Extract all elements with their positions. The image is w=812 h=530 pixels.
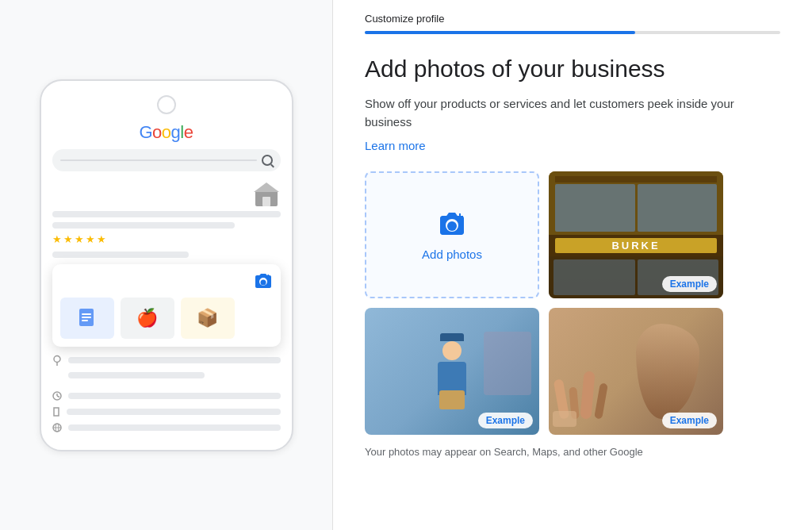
phone-row-phone bbox=[52, 407, 281, 417]
thumb-1 bbox=[60, 298, 114, 339]
learn-more-link[interactable]: Learn more bbox=[365, 139, 780, 152]
progress-section: Customize profile bbox=[365, 0, 780, 34]
store-sign-text: BURKE bbox=[555, 238, 717, 253]
progress-bar-fill bbox=[365, 31, 635, 34]
svg-rect-6 bbox=[82, 320, 88, 321]
phone-notch bbox=[157, 95, 176, 114]
globe-line bbox=[68, 424, 281, 431]
page-title: Add photos of your business bbox=[365, 53, 780, 84]
svg-rect-5 bbox=[82, 317, 91, 318]
search-line bbox=[60, 159, 257, 161]
example-badge-storefront: Example bbox=[662, 276, 717, 292]
van-shape bbox=[484, 332, 531, 395]
example-cell-delivery: Example bbox=[365, 308, 539, 435]
left-panel: Google ★ ★ ★ ★ ★ bbox=[0, 0, 333, 530]
progress-label: Customize profile bbox=[365, 13, 780, 25]
google-logo: Google bbox=[52, 122, 281, 143]
camera-add-large-icon bbox=[436, 209, 468, 241]
example-cell-hair: Example bbox=[549, 308, 723, 435]
photos-grid: Add photos BURKE Ex bbox=[365, 171, 780, 435]
example-cell-storefront: BURKE Example bbox=[549, 171, 723, 298]
example-badge-hair: Example bbox=[662, 413, 717, 428]
placeholder-line bbox=[52, 222, 235, 229]
placeholder-line bbox=[68, 372, 205, 378]
phone-row-globe bbox=[52, 423, 281, 432]
photo-thumbnails: 🍎 📦 bbox=[60, 298, 273, 339]
phone-mockup: Google ★ ★ ★ ★ ★ bbox=[40, 79, 293, 451]
phone-bottom bbox=[52, 355, 281, 432]
store-icon bbox=[252, 179, 281, 208]
phone-icon bbox=[52, 407, 60, 417]
location-line bbox=[68, 357, 281, 363]
description-text: Show off your products or services and l… bbox=[365, 95, 745, 131]
photo-card: 🍎 📦 bbox=[52, 264, 281, 347]
thumb-3: 📦 bbox=[181, 298, 235, 339]
stars-row: ★ ★ ★ ★ ★ bbox=[52, 233, 281, 245]
clock-line bbox=[68, 393, 281, 399]
example-badge-delivery: Example bbox=[478, 413, 533, 428]
svg-marker-1 bbox=[254, 182, 279, 192]
globe-icon bbox=[52, 423, 62, 432]
head-shape bbox=[442, 341, 462, 360]
bottom-note: Your photos may appear on Search, Maps, … bbox=[365, 446, 780, 458]
add-photos-text: Add photos bbox=[422, 248, 482, 261]
box-shape bbox=[439, 390, 465, 409]
svg-line-11 bbox=[57, 396, 59, 398]
search-icon bbox=[262, 155, 273, 166]
phone-line bbox=[67, 409, 281, 415]
placeholder-line bbox=[52, 252, 190, 258]
location-icon bbox=[52, 355, 62, 366]
camera-add-icon bbox=[254, 272, 273, 291]
add-photos-button[interactable]: Add photos bbox=[365, 171, 539, 298]
svg-point-7 bbox=[54, 355, 60, 362]
phone-row-clock bbox=[52, 391, 281, 401]
clock-icon bbox=[52, 391, 62, 401]
svg-rect-2 bbox=[262, 197, 270, 206]
cap-shape bbox=[440, 333, 464, 341]
thumb-2: 🍎 bbox=[121, 298, 174, 339]
right-panel: Customize profile Add photos of your bus… bbox=[333, 0, 812, 530]
delivery-person-shape bbox=[438, 333, 466, 409]
phone-row-location bbox=[52, 355, 281, 366]
progress-bar-track bbox=[365, 31, 780, 34]
svg-rect-4 bbox=[82, 313, 91, 315]
phone-search-bar bbox=[52, 149, 281, 171]
placeholder-line bbox=[52, 211, 281, 217]
photo-card-header bbox=[60, 272, 273, 291]
